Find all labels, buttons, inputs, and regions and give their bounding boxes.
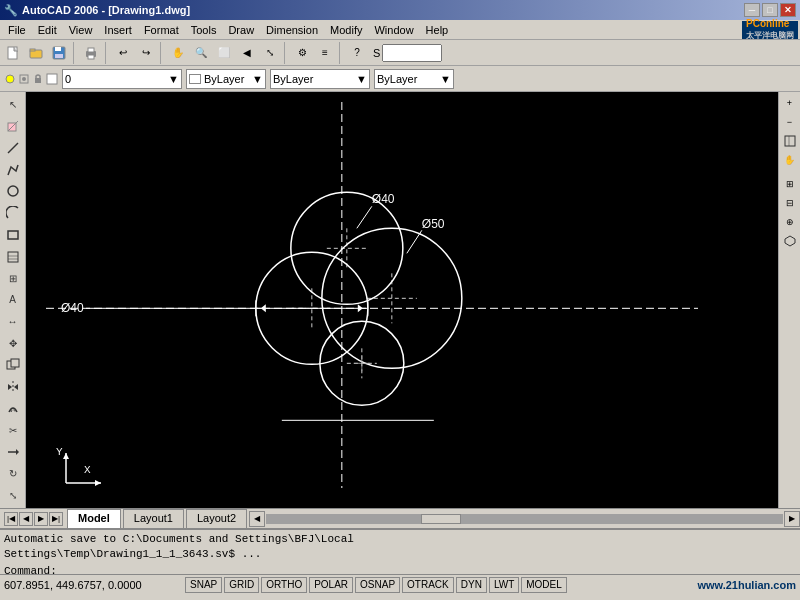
menu-window[interactable]: Window	[368, 22, 419, 38]
text-tool[interactable]: A	[2, 290, 24, 311]
zoom-realtime[interactable]: 🔍	[190, 42, 212, 64]
zoom-extent[interactable]: ⤡	[259, 42, 281, 64]
linetype-dropdown[interactable]: ByLayer ▼	[270, 69, 370, 89]
command-input[interactable]	[57, 565, 796, 577]
open-button[interactable]	[25, 42, 47, 64]
svg-marker-28	[16, 449, 19, 455]
svg-point-9	[6, 75, 14, 83]
tab-model[interactable]: Model	[67, 509, 121, 528]
snap-button[interactable]: SNAP	[185, 577, 222, 593]
line-tool[interactable]	[2, 137, 24, 158]
menu-file[interactable]: File	[2, 22, 32, 38]
menu-modify[interactable]: Modify	[324, 22, 368, 38]
tab-layout2[interactable]: Layout2	[186, 509, 247, 528]
search-input[interactable]	[382, 44, 442, 62]
extend-tool[interactable]	[2, 442, 24, 463]
menu-format[interactable]: Format	[138, 22, 185, 38]
menu-tools[interactable]: Tools	[185, 22, 223, 38]
polar-button[interactable]: POLAR	[309, 577, 353, 593]
block-tool[interactable]: ⊞	[2, 268, 24, 289]
menu-edit[interactable]: Edit	[32, 22, 63, 38]
arc-tool[interactable]	[2, 203, 24, 224]
maximize-button[interactable]: □	[762, 3, 778, 17]
tab-first-button[interactable]: |◀	[4, 512, 18, 526]
select-tool[interactable]: ↖	[2, 94, 24, 115]
lineweight-dropdown[interactable]: ByLayer ▼	[374, 69, 454, 89]
new-button[interactable]	[2, 42, 24, 64]
mirror-tool[interactable]	[2, 377, 24, 398]
osnap-button[interactable]: OSNAP	[355, 577, 400, 593]
view-3d[interactable]	[781, 232, 799, 250]
scale-tool[interactable]: ⤡	[2, 485, 24, 506]
print-button[interactable]	[80, 42, 102, 64]
y-axis-label: Y	[56, 446, 63, 458]
polyline-tool[interactable]	[2, 159, 24, 180]
hatch-tool[interactable]	[2, 246, 24, 267]
ortho-button[interactable]: ORTHO	[261, 577, 307, 593]
minimize-button[interactable]: ─	[744, 3, 760, 17]
canvas-area[interactable]: Y X	[26, 92, 778, 508]
help-button[interactable]: ?	[346, 42, 368, 64]
move-tool[interactable]: ✥	[2, 333, 24, 354]
menu-view[interactable]: View	[63, 22, 99, 38]
command-line2: Settings\Temp\Drawing1_1_1_3643.sv$ ...	[4, 547, 796, 562]
svg-marker-25	[8, 384, 12, 390]
h-scrollbar[interactable]: ◀ ▶	[249, 509, 800, 528]
status-bar: 607.8951, 449.6757, 0.0000 SNAP GRID ORT…	[0, 574, 800, 594]
layer-color-icon	[46, 73, 58, 85]
menu-dimension[interactable]: Dimension	[260, 22, 324, 38]
scroll-right-button[interactable]: ▶	[784, 511, 800, 527]
zoom-window[interactable]: ⬜	[213, 42, 235, 64]
left-toolbar: ↖ ⊞ A ↔ ✥	[0, 92, 26, 508]
menu-insert[interactable]: Insert	[98, 22, 138, 38]
pan-button[interactable]: ✋	[167, 42, 189, 64]
scroll-left-button[interactable]: ◀	[249, 511, 265, 527]
menu-draw[interactable]: Draw	[222, 22, 260, 38]
sep3	[160, 42, 164, 64]
command-prompt: Command:	[4, 565, 57, 577]
grid-button[interactable]: GRID	[224, 577, 259, 593]
trim-tool[interactable]: ✂	[2, 420, 24, 441]
zoom-out-button[interactable]: −	[781, 113, 799, 131]
lwt-button[interactable]: LWT	[489, 577, 519, 593]
redo-button[interactable]: ↪	[135, 42, 157, 64]
pan-right-button[interactable]: ✋	[781, 151, 799, 169]
rectangle-tool[interactable]	[2, 224, 24, 245]
props-bar: 0 ▼ ByLayer ▼ ByLayer ▼ ByLayer ▼	[0, 66, 800, 92]
zoom-window-right[interactable]	[781, 132, 799, 150]
tab-prev-button[interactable]: ◀	[19, 512, 33, 526]
matchprop-button[interactable]: ≡	[314, 42, 336, 64]
menu-help[interactable]: Help	[420, 22, 455, 38]
circle-tool[interactable]	[2, 181, 24, 202]
rotate-tool[interactable]: ↻	[2, 463, 24, 484]
layer-dropdown[interactable]: 0 ▼	[62, 69, 182, 89]
ortho-toggle[interactable]: ⊕	[781, 213, 799, 231]
otrack-button[interactable]: OTRACK	[402, 577, 454, 593]
zoom-in-button[interactable]: +	[781, 94, 799, 112]
scroll-track[interactable]	[266, 514, 783, 524]
close-button[interactable]: ✕	[780, 3, 796, 17]
model-button[interactable]: MODEL	[521, 577, 567, 593]
svg-rect-4	[55, 47, 61, 51]
zoom-prev[interactable]: ◀	[236, 42, 258, 64]
dyn-button[interactable]: DYN	[456, 577, 487, 593]
scroll-thumb[interactable]	[421, 514, 461, 524]
undo-button[interactable]: ↩	[112, 42, 134, 64]
tab-last-button[interactable]: ▶|	[49, 512, 63, 526]
tab-layout1[interactable]: Layout1	[123, 509, 184, 528]
erase-tool[interactable]	[2, 116, 24, 137]
title-controls: ─ □ ✕	[744, 3, 796, 17]
coordinates: 607.8951, 449.6757, 0.0000	[4, 579, 184, 591]
tab-next-button[interactable]: ▶	[34, 512, 48, 526]
properties-button[interactable]: ⚙	[291, 42, 313, 64]
snap-toggle[interactable]: ⊟	[781, 194, 799, 212]
svg-rect-12	[35, 78, 41, 83]
save-button[interactable]	[48, 42, 70, 64]
color-dropdown[interactable]: ByLayer ▼	[186, 69, 266, 89]
copy-tool[interactable]	[2, 355, 24, 376]
offset-tool[interactable]	[2, 398, 24, 419]
grid-display[interactable]: ⊞	[781, 175, 799, 193]
dimension-tool[interactable]: ↔	[2, 311, 24, 332]
svg-rect-8	[88, 55, 94, 59]
svg-point-17	[8, 186, 18, 196]
